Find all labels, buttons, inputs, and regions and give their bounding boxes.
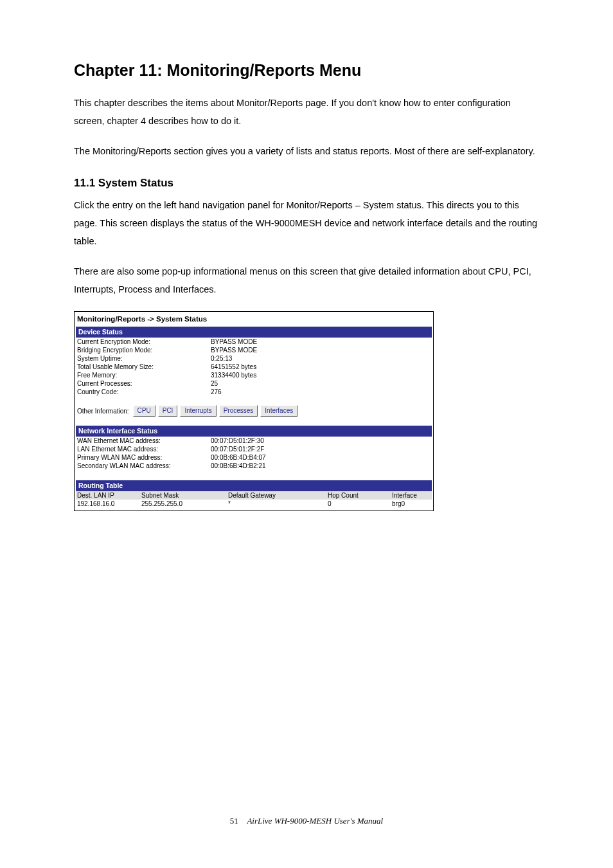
processes-button[interactable]: Processes	[219, 405, 258, 417]
cpu-button[interactable]: CPU	[133, 405, 155, 417]
interrupts-button[interactable]: Interrupts	[180, 405, 216, 417]
status-value: BYPASS MODE	[211, 338, 431, 345]
page-footer: 51 AirLive WH-9000-MESH User's Manual	[0, 816, 613, 826]
status-row: Bridging Encryption Mode: BYPASS MODE	[75, 346, 433, 354]
status-value: 00:0B:6B:4D:B2:21	[211, 462, 431, 469]
status-row: Secondary WLAN MAC address: 00:0B:6B:4D:…	[75, 462, 433, 470]
status-label: System Uptime:	[77, 355, 211, 362]
status-row: LAN Ethernet MAC address: 00:07:D5:01:2F…	[75, 445, 433, 453]
status-label: Secondary WLAN MAC address:	[77, 462, 211, 469]
status-row: System Uptime: 0:25:13	[75, 354, 433, 363]
column-header: Hop Count	[328, 492, 392, 499]
status-row: Free Memory: 31334400 bytes	[75, 371, 433, 379]
status-value: 00:07:D5:01:2F:30	[211, 437, 431, 444]
status-label: Current Processes:	[77, 380, 211, 387]
status-value: 00:07:D5:01:2F:2F	[211, 446, 431, 453]
status-value: 25	[211, 380, 431, 387]
status-row: Country Code: 276	[75, 388, 433, 396]
status-label: WAN Ethernet MAC address:	[77, 437, 211, 444]
column-header: Interface	[392, 492, 431, 499]
footer-manual-name: AirLive WH-9000-MESH User's Manual	[247, 816, 383, 826]
page-number: 51	[230, 816, 238, 826]
column-header: Default Gateway	[228, 492, 328, 499]
status-label: LAN Ethernet MAC address:	[77, 446, 211, 453]
cell: *	[228, 500, 328, 507]
column-header: Dest. LAN IP	[77, 492, 141, 499]
status-value: BYPASS MODE	[211, 347, 431, 354]
status-value: 31334400 bytes	[211, 372, 431, 379]
cell: 192.168.16.0	[77, 500, 141, 507]
cell: 255.255.255.0	[141, 500, 228, 507]
table-header-row: Dest. LAN IP Subnet Mask Default Gateway…	[76, 491, 432, 500]
status-label: Primary WLAN MAC address:	[77, 454, 211, 461]
column-header: Subnet Mask	[141, 492, 228, 499]
chapter-title: Chapter 11: Monitoring/Reports Menu	[74, 61, 539, 80]
routing-table-header: Routing Table	[76, 480, 432, 491]
routing-table: Dest. LAN IP Subnet Mask Default Gateway…	[76, 491, 432, 508]
cell: brg0	[392, 500, 431, 507]
cell: 0	[328, 500, 392, 507]
device-status-header: Device Status	[76, 327, 432, 338]
status-value: 64151552 bytes	[211, 363, 431, 370]
status-label: Country Code:	[77, 388, 211, 395]
paragraph: This chapter describes the items about M…	[74, 94, 539, 131]
screenshot-title: Monitoring/Reports -> System Status	[75, 312, 433, 327]
status-row: Primary WLAN MAC address: 00:0B:6B:4D:B4…	[75, 453, 433, 462]
status-value: 00:0B:6B:4D:B4:07	[211, 454, 431, 461]
status-label: Total Usable Memory Size:	[77, 363, 211, 370]
status-value: 276	[211, 388, 431, 395]
status-label: Bridging Encryption Mode:	[77, 347, 211, 354]
pci-button[interactable]: PCI	[158, 405, 178, 417]
status-label: Current Encryption Mode:	[77, 338, 211, 345]
status-row: WAN Ethernet MAC address: 00:07:D5:01:2F…	[75, 437, 433, 445]
table-row: 192.168.16.0 255.255.255.0 * 0 brg0	[76, 500, 432, 508]
status-row: Current Processes: 25	[75, 379, 433, 388]
paragraph: The Monitoring/Reports section gives you…	[74, 142, 539, 160]
interfaces-button[interactable]: Interfaces	[260, 405, 298, 417]
status-value: 0:25:13	[211, 355, 431, 362]
status-label: Free Memory:	[77, 372, 211, 379]
network-status-header: Network Interface Status	[76, 426, 432, 437]
paragraph: Click the entry on the left hand navigat…	[74, 196, 539, 251]
system-status-screenshot: Monitoring/Reports -> System Status Devi…	[74, 311, 434, 511]
other-info-label: Other Information:	[77, 408, 129, 415]
paragraph: There are also some pop-up informational…	[74, 262, 539, 299]
other-info-row: Other Information: CPU PCI Interrupts Pr…	[75, 396, 433, 426]
status-row: Current Encryption Mode: BYPASS MODE	[75, 338, 433, 346]
section-title: 11.1 System Status	[74, 177, 539, 190]
status-row: Total Usable Memory Size: 64151552 bytes	[75, 363, 433, 371]
